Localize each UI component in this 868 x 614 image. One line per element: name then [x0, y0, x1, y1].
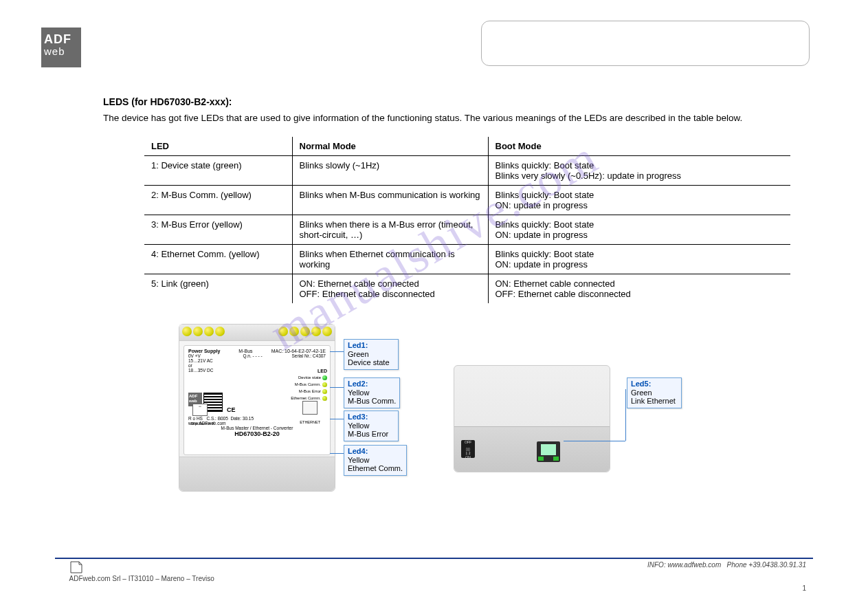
dip-switch-icon: ▫▫ [192, 404, 208, 416]
led-col-title: LED [291, 369, 327, 373]
table-row: 5: Link (green) ON: Ethernet cable conne… [144, 274, 790, 304]
callout-line: Device state [348, 358, 390, 366]
callout-title: Led5: [631, 380, 651, 388]
ethernet-led-icon [538, 457, 544, 461]
dip-off-label: OFF [461, 440, 475, 444]
th-normal: Normal Mode [292, 137, 488, 156]
callout-led3: Led3: Yellow M-Bus Error [344, 410, 399, 441]
logo-line2: web [44, 45, 78, 58]
table-row: 1: Device state (green) Blinks slowly (~… [144, 156, 790, 186]
footer-tagline: INFO: www.adfweb.com Phone +39.0438.30.9… [647, 561, 806, 569]
callout-title: Led4: [348, 447, 368, 455]
th-led: LED [144, 137, 292, 156]
led-dot-icon [322, 375, 327, 380]
product-line: M-Bus Master / Ethernet - Converter [188, 426, 326, 430]
terminal-strip [179, 325, 335, 341]
cell-normal: Blinks when M-Bus communication is worki… [292, 186, 488, 215]
cs-label: C.S.: B005 [206, 416, 227, 421]
page-corner-icon [69, 560, 83, 574]
led-table: LED Normal Mode Boot Mode 1: Device stat… [144, 137, 790, 303]
device-label: Power Supply M-Bus MAC: 10-64-E2-07-42-1… [183, 345, 331, 455]
callout-lead [330, 453, 344, 454]
section-title: LEDS (for HD67030-B2-xxx): [103, 96, 813, 107]
cell-led: 1: Device state (green) [144, 156, 292, 186]
led-name-4: Ethernet Comm. [291, 396, 321, 400]
led-name-1: Device state [298, 375, 321, 380]
led-dot-icon [322, 389, 327, 394]
adf-web-logo: ADF web [41, 28, 81, 67]
cell-normal: Blinks slowly (~1Hz) [292, 156, 488, 186]
ethernet-port-icon [302, 401, 318, 415]
callout-line: Yellow [348, 456, 369, 464]
callout-line: Yellow [348, 388, 369, 397]
mac-label: MAC: 10-64-E2-07-42-1E [271, 349, 326, 353]
rohs-label: R o HS [188, 416, 203, 421]
device-back-body: OFF ▯▯ 1 2 ON [454, 426, 610, 472]
callout-lead [330, 419, 344, 419]
dip-switch-label: Dip-Switch A [191, 421, 214, 426]
power-supply-label: Power Supply [188, 349, 220, 353]
section-intro: The device has got five LEDs that are us… [103, 113, 813, 123]
header-info-box [481, 21, 810, 66]
footer-link[interactable]: www.adfweb.com [667, 561, 721, 569]
callout-led4: Led4: Yellow Ethernet Comm. [344, 445, 407, 476]
led-indicator-column: LED Device state M-Bus Comm. M-Bus Error… [291, 366, 327, 403]
date-label: Date: 30.15 [230, 416, 254, 421]
dip-on-label: ON [461, 455, 475, 459]
callout-line: M-Bus Comm. [348, 397, 396, 405]
callout-line: M-Bus Error [348, 430, 388, 438]
callout-line: Ethernet Comm. [348, 464, 403, 472]
table-row: 3: M-Bus Error (yellow) Blinks when ther… [144, 215, 790, 245]
footer-left: ADFweb.com Srl – IT31010 – Mareno – Trev… [62, 551, 214, 593]
callout-lead [330, 387, 344, 388]
table-row: 4: Ethernet Comm. (yellow) Blinks when E… [144, 245, 790, 274]
cell-boot: Blinks quickly: Boot state ON: update in… [488, 186, 790, 215]
ethernet-port-back-icon [537, 441, 560, 462]
callout-lead [564, 441, 625, 441]
cell-boot: Blinks quickly: Boot state ON: update in… [488, 215, 790, 245]
led-name-3: M-Bus Error [299, 389, 321, 393]
ce-mark: CE [227, 406, 236, 413]
callout-line: Green [631, 388, 652, 397]
device-front-image: Power Supply M-Bus MAC: 10-64-E2-07-42-1… [179, 324, 335, 492]
table-row: 2: M-Bus Comm. (yellow) Blinks when M-Bu… [144, 186, 790, 215]
cell-led: 5: Link (green) [144, 274, 292, 304]
callout-led5: Led5: Green Link Ethernet [627, 377, 682, 408]
callout-title: Led1: [348, 341, 368, 349]
callout-led2: Led2: Yellow M-Bus Comm. [344, 377, 400, 408]
cell-boot: Blinks quickly: Boot state Blinks very s… [488, 156, 790, 186]
power-lines: 0V +V 15…21V AC or 18…35V DC [188, 353, 214, 373]
footer-page-num-part: 1 [802, 584, 806, 592]
callout-line: Link Ethernet [631, 397, 676, 405]
led-dot-icon [322, 382, 327, 387]
footer-right: 1 [802, 584, 806, 593]
callout-line: Yellow [348, 421, 369, 430]
callout-lead [330, 351, 344, 352]
device-back-image: OFF ▯▯ 1 2 ON [454, 365, 610, 472]
dip-switch-back-icon: OFF ▯▯ 1 2 ON [461, 440, 475, 458]
callout-title: Led2: [348, 380, 368, 388]
qn-label: Q.n. - - - - [243, 353, 262, 373]
ethernet-led-icon [553, 457, 559, 461]
led-dot-icon [322, 396, 327, 401]
cell-normal: Blinks when there is a M-Bus error (time… [292, 215, 488, 245]
cell-led: 4: Ethernet Comm. (yellow) [144, 245, 292, 274]
logo-line1: ADF [44, 33, 78, 45]
led-name-2: M-Bus Comm. [295, 382, 321, 386]
mbus-label: M-Bus [238, 349, 252, 353]
cell-boot: Blinks quickly: Boot state ON: update in… [488, 245, 790, 274]
cell-boot: ON: Ethernet cable connected OFF: Ethern… [488, 274, 790, 304]
cell-normal: Blinks when Ethernet communication is wo… [292, 245, 488, 274]
callout-lead [625, 389, 626, 441]
cell-led: 3: M-Bus Error (yellow) [144, 215, 292, 245]
cell-normal: ON: Ethernet cable connected OFF: Ethern… [292, 274, 488, 304]
cell-led: 2: M-Bus Comm. (yellow) [144, 186, 292, 215]
ethernet-label: ETHERNET [300, 420, 320, 424]
model-number: HD67030-B2-20 [188, 430, 326, 437]
device-bottom-strip [179, 457, 335, 491]
footer-company: ADFweb.com Srl – IT31010 – Mareno – Trev… [69, 575, 214, 582]
callout-led1: Led1: Green Device state [344, 339, 399, 370]
callout-title: Led3: [348, 413, 368, 421]
th-boot: Boot Mode [488, 137, 790, 156]
callout-line: Green [348, 350, 369, 358]
